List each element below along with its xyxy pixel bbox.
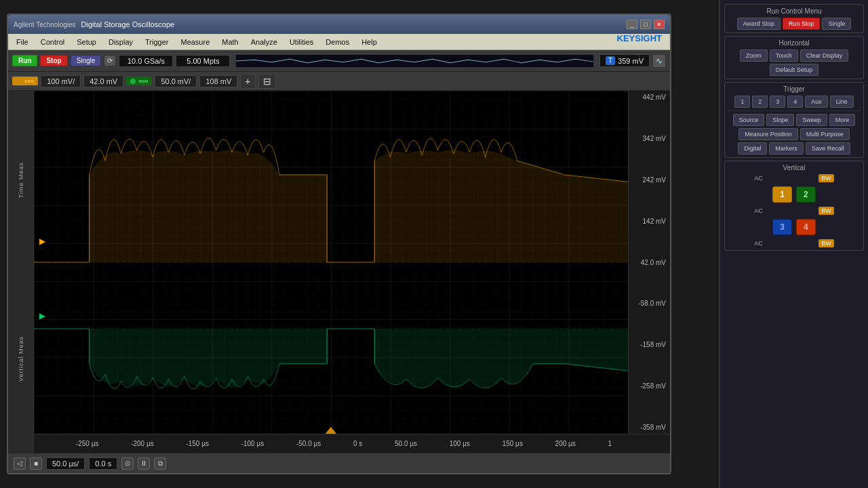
ac-label-1: AC xyxy=(754,175,763,182)
menu-setup[interactable]: Setup xyxy=(71,37,102,47)
more-button[interactable]: More xyxy=(829,114,856,126)
horizontal-buttons: Zoom Touch Clear Display Default Setup xyxy=(728,49,861,76)
run-control-section: Run Control Menu Award Stop Run Stop Sin… xyxy=(724,4,864,33)
menu-control[interactable]: Control xyxy=(35,37,70,47)
axis-label-5: -58.0 mV xyxy=(630,300,669,307)
menu-measure[interactable]: Measure xyxy=(175,37,215,47)
run-control-buttons: Award Stop Run Stop Single xyxy=(728,18,861,30)
maximize-button[interactable]: □ xyxy=(640,20,651,29)
memory-depth-display: 5.00 Mpts xyxy=(176,55,230,67)
measure-position-button[interactable]: Measure Position xyxy=(738,128,798,140)
ch1-number-button[interactable]: 1 xyxy=(772,186,792,203)
status-bar: ◁ ■ 50.0 µs/ 0.0 s ⊙ ⏸ ⧉ xyxy=(8,453,670,473)
add-channel-button[interactable]: + xyxy=(240,74,255,89)
ch2-indicator: soo xyxy=(126,77,152,85)
single-run-button[interactable]: Single xyxy=(822,18,851,30)
time-meas-label: Time Meas xyxy=(18,162,24,198)
axis-label-6: -158 mV xyxy=(630,341,669,348)
ch2-offset: 108 mV xyxy=(199,75,237,87)
horizontal-title: Horizontal xyxy=(728,39,861,47)
trigger-section: Trigger 1 2 3 4 Aux Line Source Slope Sw… xyxy=(724,82,864,158)
svg-rect-0 xyxy=(34,91,628,434)
brand-logo: Agilent Technologies xyxy=(14,21,76,28)
keysight-brand: KEYSIGHT xyxy=(617,33,662,44)
menu-display[interactable]: Display xyxy=(103,37,138,47)
ch1-dot xyxy=(16,79,22,84)
menu-trigger[interactable]: Trigger xyxy=(140,37,174,47)
prev-icon[interactable]: ◁ xyxy=(14,458,26,470)
default-setup-button[interactable]: Default Setup xyxy=(770,64,819,76)
menu-help[interactable]: Help xyxy=(356,37,382,47)
clear-display-button[interactable]: Clear Display xyxy=(800,49,849,62)
toolbar: Run Stop Single ⟳ 10.0 GSa/s 5.00 Mpts T… xyxy=(8,50,670,72)
ch1-trigger-marker[interactable]: ▶ xyxy=(39,237,45,246)
stop-button[interactable]: Stop xyxy=(40,55,67,66)
ch2-trigger-marker[interactable]: ▶ xyxy=(39,311,45,321)
trigger-display: T 359 mV xyxy=(599,54,650,67)
plot-with-axis: ▶ ▶ 442 mV 342 mV 242 mV 142 mV 42.0 mV … xyxy=(34,91,670,434)
oscilloscope-window: Agilent Technologies Digital Storage Osc… xyxy=(7,14,671,474)
menu-analyze[interactable]: Analyze xyxy=(245,37,283,47)
horizontal-section: Horizontal Zoom Touch Clear Display Defa… xyxy=(724,36,864,79)
digital-button[interactable]: Digital xyxy=(738,142,767,155)
scope-icon-button[interactable]: ∿ xyxy=(652,54,666,68)
bottom-time-axis: -250 µs -200 µs -150 µs -100 µs -50.0 µs… xyxy=(34,434,670,453)
close-button[interactable]: ✕ xyxy=(654,20,665,29)
axis-label-8: -358 mV xyxy=(630,424,669,431)
trig-ch3-button[interactable]: 3 xyxy=(770,96,785,108)
trig-aux-button[interactable]: Aux xyxy=(805,96,828,108)
save-recall-button[interactable]: Save Recall xyxy=(806,142,850,155)
window-title: Digital Storage Oscilloscope xyxy=(81,20,175,28)
source-button[interactable]: Source xyxy=(733,114,765,126)
svg-marker-4 xyxy=(326,427,336,434)
axis-label-3: 142 mV xyxy=(630,218,669,225)
minimize-button[interactable]: _ xyxy=(627,20,637,29)
ch2-dot xyxy=(130,79,136,84)
sweep-button[interactable]: Sweep xyxy=(796,114,827,126)
pause-icon[interactable]: ⏸ xyxy=(138,458,150,470)
markers-button[interactable]: Markers xyxy=(769,142,804,155)
ch2-badge: soo xyxy=(138,78,148,84)
title-bar-controls: _ □ ✕ xyxy=(627,20,665,29)
axis-label-4: 42.0 mV xyxy=(630,259,669,266)
touch-button[interactable]: Touch xyxy=(770,49,798,62)
svg-rect-1 xyxy=(34,91,628,434)
trig-ch1-button[interactable]: 1 xyxy=(734,96,750,108)
single-button[interactable]: Single xyxy=(71,55,102,66)
vertical-title: Vertical xyxy=(728,164,861,171)
ch2-number-button[interactable]: 2 xyxy=(796,186,816,203)
menu-file[interactable]: File xyxy=(11,37,34,47)
time-label-8: 150 µs xyxy=(502,440,523,447)
time-label-6: 50.0 µs xyxy=(395,440,417,447)
time-index: 1 xyxy=(608,440,612,447)
stop-icon[interactable]: ■ xyxy=(30,458,42,470)
menu-math[interactable]: Math xyxy=(216,37,243,47)
trig-ch2-button[interactable]: 2 xyxy=(752,96,768,108)
award-stop-button[interactable]: Award Stop xyxy=(737,18,781,30)
ac-bw-row-2: AC BW xyxy=(728,207,861,215)
time-label-7: 100 µs xyxy=(450,440,470,447)
copy-icon[interactable]: ⧉ xyxy=(154,458,166,470)
zoom-button[interactable]: Zoom xyxy=(740,49,768,62)
ch3-number-button[interactable]: 3 xyxy=(772,219,792,235)
run-button[interactable]: Run xyxy=(12,55,37,66)
plot-area[interactable]: ▶ ▶ xyxy=(34,91,628,434)
trigger-divider xyxy=(728,110,861,111)
menu-demos[interactable]: Demos xyxy=(320,37,355,47)
axis-label-1: 342 mV xyxy=(630,135,669,142)
right-axis: 442 mV 342 mV 242 mV 142 mV 42.0 mV -58.… xyxy=(628,91,670,434)
time-label-0: -250 µs xyxy=(76,440,99,447)
hardware-side-panel: Run Control Menu Award Stop Run Stop Sin… xyxy=(719,0,868,488)
time-label-3: -100 µs xyxy=(241,440,264,447)
menu-utilities[interactable]: Utilities xyxy=(284,37,319,47)
remove-channel-button[interactable]: ⊟ xyxy=(258,74,276,89)
ac-label-3: AC xyxy=(754,240,763,247)
slope-button[interactable]: Slope xyxy=(766,114,794,126)
run-stop-button[interactable]: Run Stop xyxy=(783,18,821,30)
ch4-number-button[interactable]: 4 xyxy=(796,219,816,235)
multi-purpose-button[interactable]: Multi Purpose xyxy=(800,128,850,140)
trig-line-button[interactable]: Line xyxy=(830,96,854,108)
circle-icon[interactable]: ⊙ xyxy=(121,458,134,470)
trig-ch4-button[interactable]: 4 xyxy=(787,96,803,108)
auto-button[interactable]: ⟳ xyxy=(104,55,116,66)
